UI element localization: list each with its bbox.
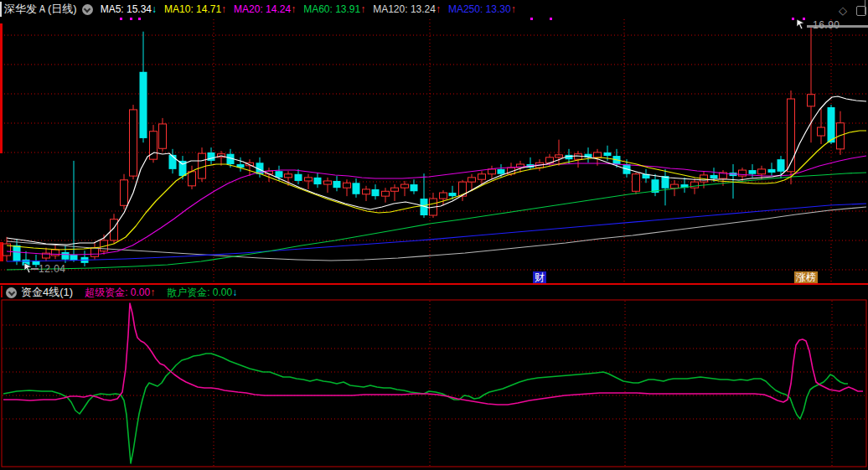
value-readout: 超级资金: 0.00↑: [85, 286, 155, 300]
candle-down[interactable]: [749, 170, 757, 174]
trend-arrow-icon: ↓: [232, 287, 237, 298]
candle-down[interactable]: [314, 178, 322, 184]
chart-canvas[interactable]: [0, 0, 868, 470]
value-readout: MA10: 14.71↑: [164, 3, 226, 15]
value-readout: MA60: 13.91↑: [303, 3, 365, 15]
candle-up[interactable]: [468, 178, 476, 182]
candle-down[interactable]: [449, 193, 457, 196]
indicator-readouts: 超级资金: 0.00↑散户资金: 0.00↓: [73, 286, 237, 300]
candle-down[interactable]: [604, 152, 612, 156]
high-price-label: 16.90: [813, 19, 840, 31]
signal-dots: [0, 18, 868, 20]
diamond-icon[interactable]: ◇: [839, 4, 847, 17]
trend-arrow-icon: ↑: [291, 3, 296, 15]
candle-up[interactable]: [189, 172, 196, 186]
candle-down[interactable]: [498, 169, 505, 174]
trend-arrow-icon: ↑: [436, 3, 441, 15]
candle-up[interactable]: [91, 248, 99, 257]
candle-down[interactable]: [13, 245, 21, 261]
indicator-header: 资金4线(1) 超级资金: 0.00↑散户资金: 0.00↓: [0, 285, 868, 300]
candle-down[interactable]: [70, 255, 78, 261]
low-price-label: 12.04: [39, 263, 66, 275]
candle-up[interactable]: [363, 189, 370, 194]
candle-up[interactable]: [788, 99, 795, 172]
candle-up[interactable]: [594, 152, 602, 158]
candle-up[interactable]: [285, 174, 292, 178]
chevron-down-circle-icon[interactable]: [82, 4, 93, 15]
candle-up[interactable]: [440, 193, 447, 199]
flow-line-散户资金: [3, 354, 848, 463]
candle-down[interactable]: [411, 184, 418, 191]
candle-up[interactable]: [671, 184, 679, 189]
signal-dot-icon: [530, 18, 533, 20]
badge-zhangbang[interactable]: 涨榜: [794, 271, 818, 283]
value-readout: MA250: 13.30↑: [448, 3, 516, 15]
candle-down[interactable]: [778, 159, 785, 172]
candle-down[interactable]: [208, 152, 215, 161]
candle-up[interactable]: [391, 188, 399, 191]
flow-line-超级资金: [3, 303, 863, 405]
marker-line: [31, 268, 39, 270]
candle-up[interactable]: [382, 191, 390, 196]
signal-dot-icon: [138, 18, 141, 20]
signal-dot-icon: [120, 18, 122, 20]
candle-up[interactable]: [305, 178, 313, 181]
candle-up[interactable]: [130, 110, 137, 176]
candle-down[interactable]: [828, 107, 835, 142]
partial-candle: [0, 23, 3, 153]
candle-down[interactable]: [710, 175, 718, 178]
candle-up[interactable]: [121, 180, 128, 205]
candle-up[interactable]: [837, 123, 845, 149]
value-readout: MA120: 13.24↑: [373, 3, 441, 15]
title-bar: 深华发Ａ(日线) MA5: 15.34↓MA10: 14.71↑MA20: 14…: [0, 0, 868, 18]
trend-arrow-icon: ↑: [221, 3, 226, 15]
scrollbar-edge: [865, 0, 865, 14]
stock-chart-window: 深华发Ａ(日线) MA5: 15.34↓MA10: 14.71↑MA20: 14…: [0, 0, 868, 470]
chevron-down-circle-icon[interactable]: [6, 287, 17, 298]
trend-arrow-icon: ↑: [150, 287, 155, 298]
indicator-name: 资金4线(1): [21, 285, 73, 300]
low-price-marker: 12.04: [23, 262, 74, 274]
high-price-marker: 16.90: [796, 18, 868, 30]
candle-up[interactable]: [818, 127, 825, 136]
candle-down[interactable]: [372, 189, 380, 196]
candle-down[interactable]: [295, 174, 302, 181]
candle-down[interactable]: [140, 72, 147, 138]
candle-up[interactable]: [344, 183, 351, 188]
trend-arrow-icon: ↑: [511, 3, 516, 15]
candle-up[interactable]: [808, 95, 815, 106]
value-readout: 散户资金: 0.00↓: [167, 286, 237, 300]
candle-down[interactable]: [333, 181, 341, 188]
candle-down[interactable]: [276, 171, 283, 178]
candle-down[interactable]: [353, 183, 360, 194]
badge-cai[interactable]: 财: [533, 271, 546, 283]
candle-down[interactable]: [62, 252, 70, 260]
value-readout: MA20: 14.24↑: [234, 3, 296, 15]
candle-up[interactable]: [758, 169, 766, 174]
cursor-arrow-icon: [796, 18, 806, 29]
candle-up[interactable]: [401, 184, 409, 188]
candle-up[interactable]: [633, 174, 640, 192]
candle-up[interactable]: [324, 181, 332, 184]
trend-arrow-icon: ↓: [152, 3, 157, 15]
signal-dot-icon: [792, 18, 794, 20]
value-readout: MA5: 15.34↓: [101, 3, 157, 15]
candle-down[interactable]: [768, 169, 776, 173]
candle-down[interactable]: [169, 155, 177, 169]
stock-name: 深华发Ａ(日线): [4, 2, 77, 17]
ma-readouts: MA5: 15.34↓MA10: 14.71↑MA20: 14.24↑MA60:…: [101, 3, 524, 15]
signal-dot-icon: [550, 18, 552, 20]
trend-arrow-icon: ↑: [360, 3, 365, 15]
candle-up[interactable]: [488, 169, 496, 174]
window-edge-tick: [0, 2, 2, 17]
candle-up[interactable]: [478, 174, 486, 179]
signal-dot-icon: [130, 18, 132, 20]
candle-up[interactable]: [555, 155, 563, 158]
candle-up[interactable]: [159, 124, 167, 148]
